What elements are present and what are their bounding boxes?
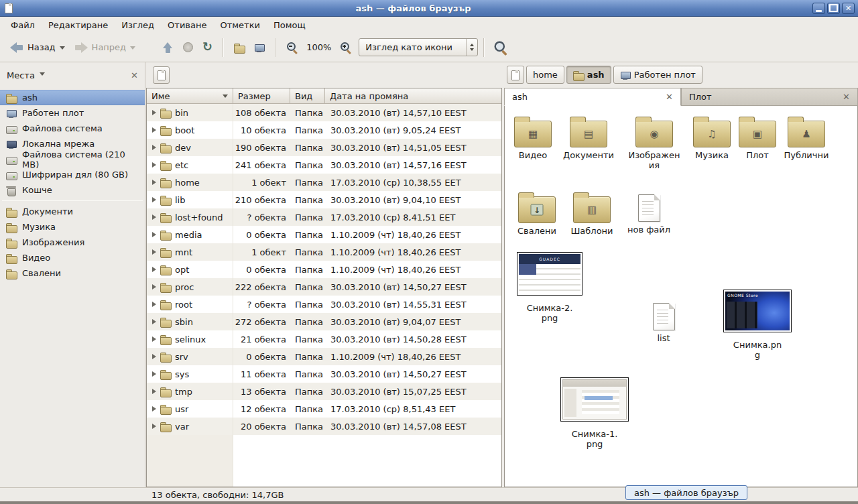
icon-grid-item[interactable]: ♟ Публични [778,115,835,161]
tree-row[interactable]: tmp 13 обекта Папка 30.03.2010 (вт) 15,0… [147,383,501,400]
spinner-arrows-icon[interactable] [466,39,477,56]
search-button[interactable] [490,38,511,57]
tree-row[interactable]: etc 241 обекта Папка 30.03.2010 (вт) 14,… [147,156,501,174]
tree-row[interactable]: sbin 272 обекта Папка 30.03.2010 (вт) 9,… [147,313,501,330]
sidebar-item[interactable]: Документи [0,204,145,219]
up-button[interactable] [158,38,178,57]
tree-row[interactable]: selinux 21 обекта Папка 30.03.2010 (вт) … [147,330,501,348]
sidebar-item[interactable]: Видео [0,250,145,265]
zoom-in-button[interactable] [335,38,356,57]
tree-row[interactable]: proc 222 обекта Папка 30.03.2010 (вт) 14… [147,278,501,296]
computer-button[interactable] [249,38,269,57]
tree-row[interactable]: media 0 обекта Папка 1.10.2009 (чт) 18,4… [147,226,501,243]
tree-row[interactable]: bin 108 обекта Папка 30.03.2010 (вт) 14,… [147,104,501,121]
icon-grid-item[interactable]: ▦ Видео [505,115,561,161]
stop-button[interactable] [178,38,198,56]
expander-icon[interactable] [152,197,156,202]
expander-icon[interactable] [152,267,156,272]
menu-item[interactable]: Изглед [115,18,161,32]
expander-icon[interactable] [152,110,156,115]
pane-toggle-button[interactable] [153,66,170,84]
expander-icon[interactable] [152,232,156,237]
view-mode-select[interactable]: Изглед като икони [359,38,478,56]
expander-icon[interactable] [152,406,156,412]
chevron-down-icon[interactable] [60,46,65,52]
titlebar[interactable]: ash — файлов браузър [0,0,858,17]
close-button[interactable] [842,3,855,14]
expander-icon[interactable] [152,319,156,324]
back-button[interactable]: Назад [5,38,70,57]
sidebar-item[interactable]: Изображения [0,235,145,250]
expander-icon[interactable] [152,371,156,377]
sidebar-item[interactable]: Свалени [0,265,145,281]
expander-icon[interactable] [152,389,156,394]
sidebar-item[interactable]: Файлова система (210 MB) [0,151,145,167]
tree-row[interactable]: home 1 обект Папка 17.03.2010 (ср) 10,38… [147,174,501,191]
tree-row[interactable]: mnt 1 обект Папка 1.10.2009 (чт) 18,40,2… [147,243,501,261]
tab-close-button[interactable] [666,92,673,102]
tree-row[interactable]: dev 190 обекта Папка 30.03.2010 (вт) 14,… [147,139,501,156]
icon-grid-item[interactable]: нов файл [621,190,677,235]
expander-icon[interactable] [152,302,156,307]
sidebar-item[interactable]: Файлова система [0,121,145,136]
icon-grid-item[interactable]: ▣ Плот [729,115,786,161]
icon-grid-item[interactable]: ↓ Свалени [509,191,565,237]
expander-icon[interactable] [152,249,156,255]
expander-icon[interactable] [152,336,156,342]
menu-item[interactable]: Отметки [213,18,266,32]
icon-grid-item[interactable]: ▤ Документи [560,115,617,161]
tab-ash[interactable]: ash [504,88,681,106]
column-header-name[interactable]: Име [147,88,233,104]
icon-grid-item[interactable]: GUADEC GUADEC Снимка-2.png [513,252,587,324]
tree-row[interactable]: srv 0 обекта Папка 1.10.2009 (чт) 18,40,… [147,348,501,365]
tree-row[interactable]: lib 210 обекта Папка 30.03.2010 (вт) 9,0… [147,191,501,208]
sidebar-item[interactable]: Музика [0,219,145,235]
menu-item[interactable]: Отиване [161,18,213,32]
icon-grid-item[interactable]: ▥ Шаблони [564,191,620,237]
icon-grid-item[interactable]: GNOME Store GNOME Store Снимка.png [721,290,794,361]
expander-icon[interactable] [152,354,156,359]
tree-row[interactable]: usr 12 обекта Папка 17.03.2010 (ср) 8,51… [147,400,501,418]
icon-grid-item[interactable]: ◉ Изображения [626,115,682,171]
expander-icon[interactable] [152,424,156,429]
minimize-button[interactable] [812,3,825,14]
column-header-date[interactable]: Дата на промяна [325,88,501,104]
crumb-root-button[interactable] [507,66,524,84]
menu-item[interactable]: Редактиране [42,18,115,32]
tab-plot[interactable]: Плот [681,88,858,106]
tree-row[interactable]: boot 10 обекта Папка 30.03.2010 (вт) 9,0… [147,121,501,139]
menu-item[interactable]: Файл [4,18,42,32]
reload-button[interactable] [198,38,217,57]
crumb-home-button[interactable]: home [526,66,564,84]
crumb-ash-button[interactable]: ash [566,66,611,84]
expander-icon[interactable] [152,284,156,290]
icon-grid-item[interactable]: list [635,298,692,344]
expander-icon[interactable] [152,180,156,185]
icon-view-canvas[interactable]: ▦ Видео [504,106,858,487]
icon-grid-item[interactable]: Снимка-1.png [558,377,631,450]
expander-icon[interactable] [152,127,156,133]
column-header-size[interactable]: Размер [233,88,290,104]
sidebar-item[interactable]: Шифриран дял (80 GB) [0,167,145,182]
tree-row[interactable]: opt 0 обекта Папка 1.10.2009 (чт) 18,40,… [147,261,501,278]
expander-icon[interactable] [152,145,156,150]
tree-row[interactable]: var 20 обекта Папка 30.03.2010 (вт) 14,5… [147,418,501,435]
zoom-out-button[interactable] [282,38,302,57]
tree-row[interactable]: root ? обекта Папка 30.03.2010 (вт) 14,5… [147,296,501,313]
tab-close-button[interactable] [843,92,850,102]
sidebar-item[interactable]: Кошче [0,182,145,198]
home-button[interactable] [229,38,249,57]
sidebar-item[interactable]: Работен плот [0,105,145,121]
close-sidebar-button[interactable] [131,70,138,80]
maximize-button[interactable] [827,3,840,14]
sidebar-item[interactable]: ash [0,90,145,105]
forward-button[interactable]: Напред [70,38,140,57]
column-header-type[interactable]: Вид [290,88,325,104]
tree-row[interactable]: sys 11 обекта Папка 30.03.2010 (вт) 14,5… [147,365,501,383]
expander-icon[interactable] [152,162,156,168]
places-selector-chevron-icon[interactable] [40,72,45,78]
expander-icon[interactable] [152,214,156,220]
menu-item[interactable]: Помощ [267,18,312,32]
tree-row[interactable]: lost+found ? обекта Папка 17.03.2010 (ср… [147,208,501,226]
crumb-desktop-button[interactable]: Работен плот [613,66,702,84]
